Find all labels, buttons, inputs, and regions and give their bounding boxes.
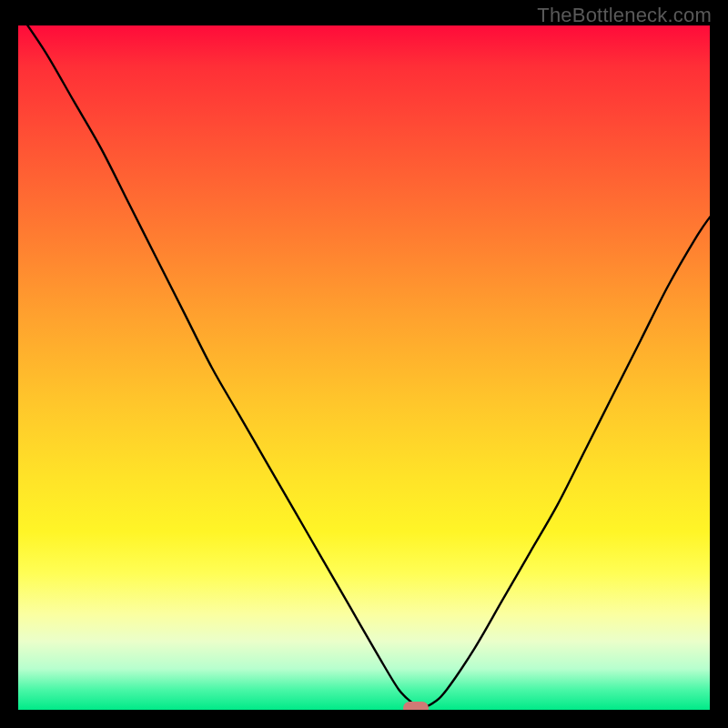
plot-area <box>18 25 710 710</box>
chart-frame: TheBottleneck.com <box>0 0 728 728</box>
optimal-point-marker <box>403 702 429 710</box>
watermark-text: TheBottleneck.com <box>537 4 712 27</box>
bottleneck-curve <box>18 25 710 710</box>
